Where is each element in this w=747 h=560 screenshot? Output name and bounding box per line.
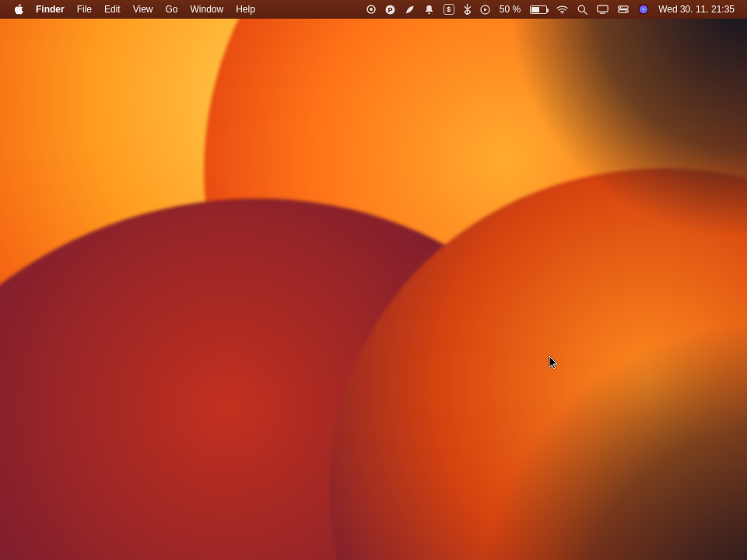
p-circle-icon: P	[385, 5, 395, 15]
now-playing-icon	[480, 5, 490, 15]
mouse-cursor	[549, 356, 559, 370]
menu-help[interactable]: Help	[230, 0, 261, 19]
svg-point-15	[640, 5, 647, 13]
status-now-playing[interactable]	[475, 5, 495, 15]
menu-view[interactable]: View	[127, 0, 160, 19]
svg-rect-8	[598, 5, 608, 12]
menu-bar-right: P $ 50 %	[362, 0, 739, 19]
display-mirroring-icon	[597, 5, 608, 14]
status-battery[interactable]	[525, 5, 552, 14]
svg-point-11	[620, 7, 622, 9]
spotlight-search-icon	[577, 5, 587, 15]
svg-text:P: P	[388, 5, 392, 13]
status-quill[interactable]	[400, 5, 419, 15]
bell-icon	[424, 5, 434, 15]
app-menu[interactable]: Finder	[30, 0, 71, 19]
quill-icon	[405, 5, 415, 15]
svg-point-5	[562, 12, 563, 14]
menu-file[interactable]: File	[71, 0, 98, 19]
status-spotlight[interactable]	[573, 5, 592, 15]
menu-go[interactable]: Go	[160, 0, 184, 19]
svg-point-1	[370, 8, 373, 11]
status-wifi[interactable]	[552, 5, 573, 14]
battery-percent-label: 50 %	[495, 0, 525, 19]
menu-edit[interactable]: Edit	[98, 0, 127, 19]
menu-window[interactable]: Window	[184, 0, 230, 19]
status-display-mirroring[interactable]	[592, 5, 613, 14]
battery-icon	[530, 5, 547, 14]
wifi-icon	[556, 5, 568, 14]
status-control-center[interactable]	[613, 5, 633, 13]
status-bluetooth[interactable]	[459, 4, 475, 15]
menu-bar-left: Finder File Edit View Go Window Help	[8, 0, 261, 19]
apple-menu[interactable]	[8, 4, 30, 15]
siri-icon	[638, 4, 649, 15]
dot-icon	[366, 5, 376, 14]
svg-line-7	[584, 11, 587, 14]
apple-logo-icon	[14, 4, 23, 15]
svg-point-13	[626, 10, 627, 12]
status-bell[interactable]	[419, 5, 439, 15]
wallpaper-shape	[482, 327, 747, 560]
wallpaper-shape	[514, 0, 747, 233]
status-siri[interactable]	[633, 4, 654, 15]
boxed-app-icon: $	[444, 4, 454, 15]
control-center-icon	[618, 5, 629, 13]
desktop[interactable]: Finder File Edit View Go Window Help P $	[0, 0, 747, 560]
status-boxed-app[interactable]: $	[439, 4, 459, 15]
bluetooth-icon	[464, 4, 471, 15]
status-p-circle[interactable]: P	[381, 5, 400, 15]
status-dot[interactable]	[362, 5, 381, 14]
menu-bar-clock[interactable]: Wed 30. 11. 21:35	[654, 0, 739, 19]
menu-bar: Finder File Edit View Go Window Help P $	[0, 0, 747, 19]
